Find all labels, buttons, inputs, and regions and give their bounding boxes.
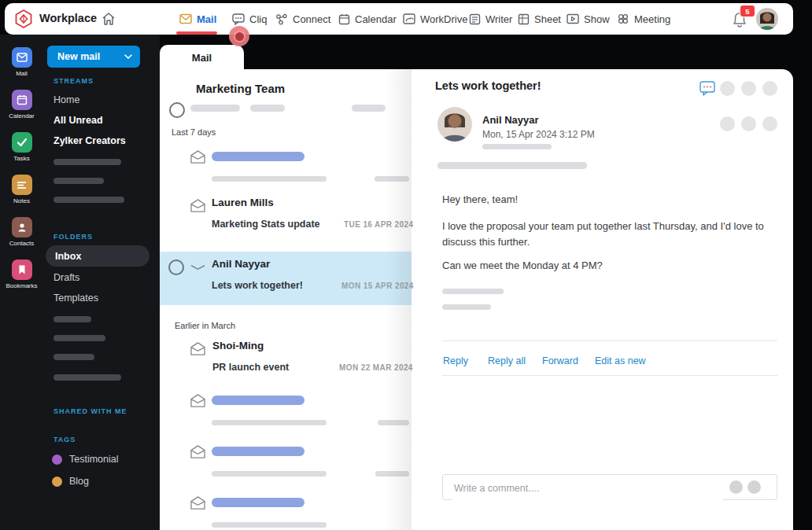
rail-item-bookmarks[interactable]: Bookmarks: [0, 259, 43, 289]
nav-label: Mail: [197, 13, 216, 25]
rail-item-mail[interactable]: Mail: [0, 47, 43, 77]
cursor-click-indicator: [229, 26, 249, 46]
nav-item-calendar[interactable]: Calendar: [338, 3, 397, 35]
list-title: Marketing Team: [196, 82, 285, 95]
rail-label: Calendar: [0, 112, 43, 120]
sidebar-item-all-unread[interactable]: All Unread: [54, 115, 103, 126]
mail-item-sender[interactable]: Shoi-Ming: [212, 340, 264, 351]
placeholder-bar: [437, 162, 587, 169]
placeholder-bar: [54, 178, 104, 184]
sidebar-item-home[interactable]: Home: [54, 94, 79, 105]
nav-item-sheet[interactable]: Sheet: [518, 3, 561, 35]
mail-item-sender[interactable]: Lauren Mills: [212, 197, 274, 208]
sender-avatar: [437, 107, 472, 142]
nav-item-connect[interactable]: Connect: [275, 3, 330, 35]
user-avatar[interactable]: [756, 8, 778, 30]
nav-label: Calendar: [355, 13, 397, 25]
placeholder-bar: [54, 374, 121, 381]
nav-item-show[interactable]: Show: [567, 3, 610, 35]
rail-label: Contacts: [0, 240, 43, 247]
toolbar-button-placeholder[interactable]: [720, 81, 735, 96]
envelope-icon: [190, 149, 206, 164]
placeholder-bar: [54, 354, 94, 360]
envelope-icon: [190, 444, 206, 459]
tag-color-dot: [52, 477, 62, 487]
envelope-icon: [190, 393, 206, 408]
nav-item-writer[interactable]: Writer: [469, 3, 512, 35]
sidebar-tag-blog[interactable]: Blog: [69, 476, 89, 487]
message-datetime: Mon, 15 Apr 2024 3:12 PM: [482, 129, 595, 140]
nav-item-mail[interactable]: Mail: [179, 3, 216, 35]
tab-mail[interactable]: Mail: [160, 45, 244, 70]
topbar: Workplace Mail Cliq: [5, 3, 793, 35]
envelope-icon: [190, 259, 206, 274]
placeholder-sender-bar: [212, 396, 304, 405]
sidebar-item-drafts[interactable]: Drafts: [54, 272, 79, 283]
inbox-label: Inbox: [55, 251, 81, 262]
edit-as-new-button[interactable]: Edit as new: [595, 355, 646, 366]
select-all-checkbox[interactable]: [169, 102, 185, 118]
sidebar-item-zylker-creators[interactable]: Zylker Creators: [54, 135, 126, 146]
drive-folder-icon: [403, 13, 415, 24]
calendar-icon: [338, 13, 350, 25]
mail-item-subject[interactable]: PR launch event: [212, 362, 289, 373]
rail-item-tasks[interactable]: Tasks: [0, 132, 43, 162]
comment-action-placeholder[interactable]: [747, 480, 761, 494]
nav-label: Connect: [293, 13, 330, 25]
placeholder-bar: [250, 105, 285, 112]
mail-item-date: TUE 16 APR 2024: [344, 220, 413, 229]
nav-item-meeting[interactable]: Meeting: [617, 3, 670, 35]
sidebar-item-inbox-selected[interactable]: Inbox: [46, 245, 149, 267]
forward-button[interactable]: Forward: [542, 355, 578, 366]
comment-input[interactable]: [452, 475, 723, 501]
placeholder-bar: [54, 316, 91, 322]
sidebar-tag-testimonial[interactable]: Testimonial: [69, 454, 119, 465]
mail-item-date: MON 15 APR 2024: [341, 282, 414, 290]
toolbar-button-placeholder[interactable]: [741, 81, 756, 96]
comments-icon[interactable]: [699, 81, 715, 96]
shared-section-label: SHARED WITH ME: [54, 407, 127, 415]
reply-button[interactable]: Reply: [443, 355, 468, 366]
message-action-placeholder[interactable]: [741, 116, 756, 131]
placeholder-bar: [482, 144, 552, 149]
sidebar-item-templates[interactable]: Templates: [54, 293, 98, 304]
mail-item-checkbox[interactable]: [168, 259, 184, 275]
placeholder-date-bar: [375, 176, 409, 182]
tab-label: Mail: [192, 52, 212, 64]
mail-item-subject[interactable]: Lets work together!: [212, 280, 303, 291]
home-icon[interactable]: [101, 11, 116, 27]
nav-label: WorkDrive: [420, 13, 467, 25]
toolbar-button-placeholder[interactable]: [762, 81, 777, 96]
meeting-icon: [617, 13, 629, 25]
placeholder-sender-bar: [212, 152, 304, 161]
envelope-icon: [190, 198, 206, 213]
mail-item-date: MON 22 MAR 2024: [339, 363, 413, 372]
rail-item-notes[interactable]: Notes: [0, 175, 43, 204]
message-action-placeholder[interactable]: [762, 116, 777, 131]
comment-action-placeholder[interactable]: [729, 480, 743, 494]
network-icon: [275, 13, 288, 25]
nav-item-workdrive[interactable]: WorkDrive: [403, 3, 467, 35]
tags-section-label: TAGS: [54, 436, 76, 444]
body-paragraph: Can we meet the Monday at 4 PM?: [442, 258, 603, 274]
rail-item-calendar[interactable]: Calendar: [0, 90, 43, 120]
mail-item-subject[interactable]: Marketing Stats update: [212, 219, 320, 230]
reply-all-button[interactable]: Reply all: [488, 355, 526, 366]
new-mail-button[interactable]: New mail: [47, 46, 140, 68]
rail-label: Bookmarks: [0, 282, 43, 289]
rail-item-contacts[interactable]: Contacts: [0, 217, 43, 247]
rail-label: Tasks: [0, 155, 43, 162]
bookmarks-app-icon: [12, 259, 32, 280]
nav-label: Writer: [485, 13, 512, 25]
workplace-logo-icon: [13, 9, 34, 29]
message-action-placeholder[interactable]: [720, 116, 735, 131]
mail-app-icon: [12, 47, 32, 68]
streams-section-label: STREAMS: [54, 77, 94, 85]
tag-color-dot: [52, 455, 62, 465]
app-window: Workplace Mail Cliq: [0, 0, 812, 530]
active-nav-underline: [176, 31, 217, 35]
envelope-icon: [190, 495, 206, 510]
placeholder-sender-bar: [212, 498, 304, 507]
mail-item-sender[interactable]: Anil Nayyar: [212, 258, 270, 270]
placeholder-subject-bar: [212, 471, 327, 477]
